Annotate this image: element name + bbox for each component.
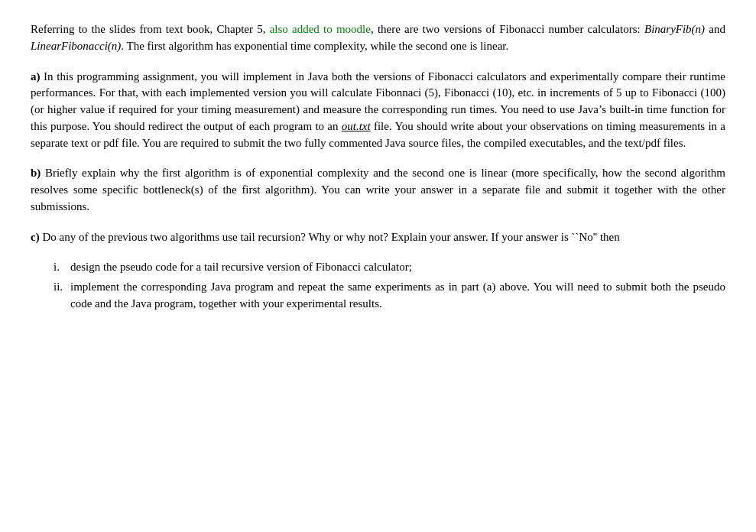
part-a-label: a) (31, 70, 41, 83)
part-c-paragraph: c) Do any of the previous two algorithms… (31, 229, 725, 246)
algo1-name: BinaryFib(n) (644, 23, 705, 35)
list-item-ii: ii. implement the corresponding Java pro… (31, 279, 725, 313)
part-b-label: b) (31, 167, 41, 179)
part-b-text: Briefly explain why the first algorithm … (31, 167, 725, 212)
intro-paragraph: Referring to the slides from text book, … (31, 21, 725, 55)
intro-text-after-link: , there are two versions of Fibonacci nu… (371, 23, 644, 35)
list-label-i: i. (31, 259, 70, 276)
part-a-paragraph: a) In this programming assignment, you w… (31, 69, 725, 152)
intro-rest: The first algorithm has exponential time… (124, 40, 508, 52)
list-item: i. design the pseudo code for a tail rec… (31, 259, 725, 276)
out-txt: out.txt (342, 120, 371, 132)
list-content-i: design the pseudo code for a tail recurs… (70, 259, 725, 276)
intro-text-before-link: Referring to the slides from text book, … (31, 23, 270, 35)
part-c-text: Do any of the previous two algorithms us… (40, 231, 620, 243)
part-b-paragraph: b) Briefly explain why the first algorit… (31, 165, 725, 215)
list-content-ii: implement the corresponding Java program… (70, 279, 725, 313)
list-section: i. design the pseudo code for a tail rec… (31, 259, 725, 312)
moodle-link: also added to moodle (270, 23, 371, 35)
algo-and: and (705, 23, 725, 35)
part-c-label: c) (31, 231, 40, 243)
algo2-name: LinearFibonacci(n) (31, 40, 121, 52)
list-label-ii: ii. (31, 279, 70, 296)
